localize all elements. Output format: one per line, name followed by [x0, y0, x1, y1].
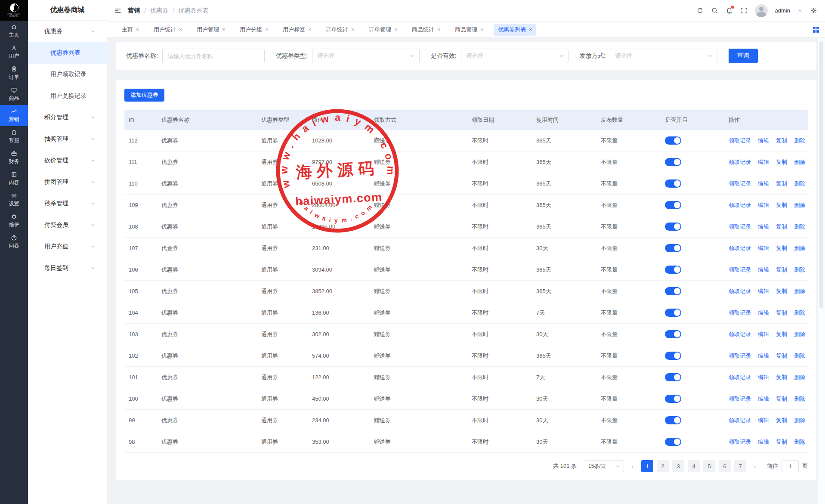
coupon-name-input[interactable]	[162, 49, 265, 63]
action-copy[interactable]: 复制	[776, 180, 787, 188]
page-number[interactable]: 7	[734, 460, 746, 472]
sidebar-menu-item[interactable]: 抽奖管理	[28, 128, 107, 150]
action-claim-records[interactable]: 领取记录	[729, 137, 751, 145]
sidebar-menu-item[interactable]: 秒杀管理	[28, 193, 107, 214]
action-claim-records[interactable]: 领取记录	[729, 417, 751, 424]
sidebar-menu-item[interactable]: 用户充值	[28, 236, 107, 257]
sidebar-menu-item[interactable]: 砍价管理	[28, 150, 107, 171]
collapse-menu-icon[interactable]	[114, 7, 122, 15]
enable-toggle[interactable]	[665, 136, 681, 145]
tab[interactable]: 订单统计 ×	[321, 24, 358, 36]
action-copy[interactable]: 复制	[776, 266, 787, 274]
enable-toggle[interactable]	[665, 330, 681, 338]
breadcrumb-item[interactable]: 优惠券	[150, 7, 168, 15]
action-delete[interactable]: 删除	[794, 180, 805, 188]
action-copy[interactable]: 复制	[776, 331, 787, 338]
tab-close-icon[interactable]: ×	[394, 27, 397, 33]
goto-page-input[interactable]	[782, 460, 799, 472]
action-claim-records[interactable]: 领取记录	[729, 223, 751, 231]
tab-close-icon[interactable]: ×	[480, 27, 483, 33]
action-delete[interactable]: 删除	[794, 158, 805, 166]
tab[interactable]: 优惠券列表 ×	[494, 24, 536, 36]
action-claim-records[interactable]: 领取记录	[729, 244, 751, 252]
sidebar-menu-item[interactable]: 积分管理	[28, 107, 107, 128]
rail-item[interactable]: 商品	[0, 84, 28, 105]
action-copy[interactable]: 复制	[776, 137, 787, 145]
page-number[interactable]: 3	[672, 460, 684, 472]
page-number[interactable]: 6	[719, 460, 731, 472]
action-delete[interactable]: 删除	[794, 201, 805, 209]
action-copy[interactable]: 复制	[776, 417, 787, 424]
action-delete[interactable]: 删除	[794, 374, 805, 381]
enable-toggle[interactable]	[665, 395, 681, 403]
action-edit[interactable]: 编辑	[758, 180, 769, 188]
action-edit[interactable]: 编辑	[758, 266, 769, 274]
enable-toggle[interactable]	[665, 352, 681, 360]
tab-close-icon[interactable]: ×	[265, 27, 268, 33]
add-coupon-button[interactable]: 添加优惠券	[124, 89, 164, 102]
action-edit[interactable]: 编辑	[758, 395, 769, 403]
action-edit[interactable]: 编辑	[758, 352, 769, 360]
enable-toggle[interactable]	[665, 244, 681, 252]
tab[interactable]: 用户管理 ×	[192, 24, 229, 36]
tab-close-icon[interactable]: ×	[351, 27, 354, 33]
rail-item[interactable]: 问卷	[0, 232, 28, 253]
action-copy[interactable]: 复制	[776, 395, 787, 403]
tab-close-icon[interactable]: ×	[529, 27, 532, 33]
sidebar-menu-item[interactable]: 用户领取记录	[28, 64, 107, 85]
refresh-icon[interactable]	[696, 7, 704, 14]
tab[interactable]: 商品管理 ×	[451, 24, 488, 36]
page-number[interactable]: 4	[688, 460, 700, 472]
rail-item[interactable]: 内容	[0, 168, 28, 189]
action-claim-records[interactable]: 领取记录	[729, 352, 751, 360]
action-edit[interactable]: 编辑	[758, 158, 769, 166]
enable-toggle[interactable]	[665, 309, 681, 317]
fullscreen-icon[interactable]	[740, 7, 748, 14]
action-edit[interactable]: 编辑	[758, 223, 769, 231]
sidebar-menu-item[interactable]: 优惠券	[28, 21, 107, 42]
action-edit[interactable]: 编辑	[758, 137, 769, 145]
tab[interactable]: 用户分组 ×	[235, 24, 272, 36]
action-copy[interactable]: 复制	[776, 158, 787, 166]
avatar[interactable]	[755, 4, 768, 17]
action-claim-records[interactable]: 领取记录	[729, 395, 751, 403]
tab[interactable]: 订单管理 ×	[365, 24, 402, 36]
action-edit[interactable]: 编辑	[758, 244, 769, 252]
action-edit[interactable]: 编辑	[758, 288, 769, 295]
notifications-button[interactable]	[726, 7, 733, 14]
action-copy[interactable]: 复制	[776, 288, 787, 295]
sidebar-menu-item[interactable]: 付费会员	[28, 214, 107, 236]
action-claim-records[interactable]: 领取记录	[729, 288, 751, 295]
chevron-down-icon[interactable]	[797, 8, 803, 13]
next-page-button[interactable]: ›	[751, 460, 759, 472]
enable-toggle[interactable]	[665, 266, 681, 274]
action-delete[interactable]: 删除	[794, 266, 805, 274]
gear-icon[interactable]	[810, 7, 817, 14]
distribution-select[interactable]: 请选择	[610, 49, 717, 63]
page-number[interactable]: 2	[657, 460, 669, 472]
action-delete[interactable]: 删除	[794, 352, 805, 360]
prev-page-button[interactable]: ‹	[628, 460, 637, 472]
action-delete[interactable]: 删除	[794, 223, 805, 231]
tab-close-icon[interactable]: ×	[136, 27, 139, 33]
action-copy[interactable]: 复制	[776, 374, 787, 381]
tab[interactable]: 主页 ×	[117, 24, 143, 36]
action-edit[interactable]: 编辑	[758, 309, 769, 317]
page-size-select[interactable]: 15条/页	[583, 460, 624, 472]
enable-toggle[interactable]	[665, 179, 681, 188]
action-claim-records[interactable]: 领取记录	[729, 158, 751, 166]
action-edit[interactable]: 编辑	[758, 374, 769, 381]
rail-item[interactable]: 财务	[0, 147, 28, 168]
rail-item[interactable]: 用户	[0, 42, 28, 63]
sidebar-menu-item[interactable]: 拼团管理	[28, 171, 107, 193]
action-delete[interactable]: 删除	[794, 288, 805, 295]
action-delete[interactable]: 删除	[794, 331, 805, 338]
sidebar-menu-item[interactable]: 用户兑换记录	[28, 85, 107, 107]
rail-item[interactable]: 维护	[0, 210, 28, 232]
action-delete[interactable]: 删除	[794, 244, 805, 252]
action-copy[interactable]: 复制	[776, 309, 787, 317]
action-copy[interactable]: 复制	[776, 352, 787, 360]
action-claim-records[interactable]: 领取记录	[729, 331, 751, 338]
enable-toggle[interactable]	[665, 201, 681, 209]
tab-close-icon[interactable]: ×	[222, 27, 225, 33]
